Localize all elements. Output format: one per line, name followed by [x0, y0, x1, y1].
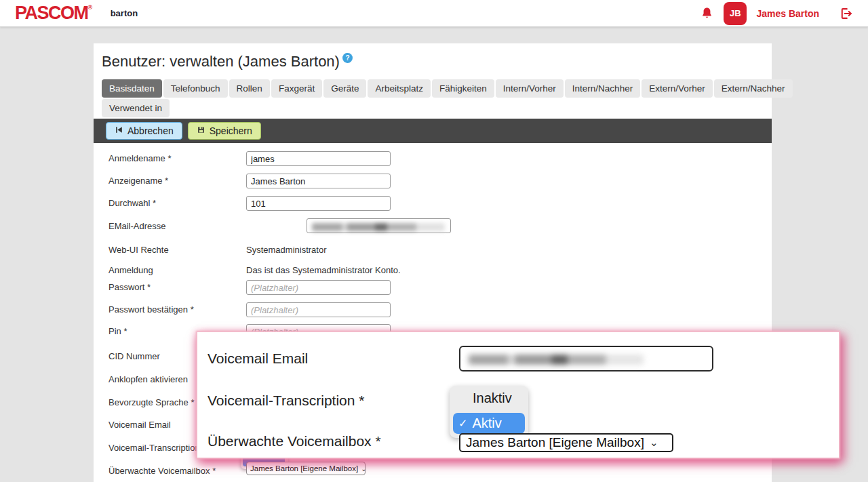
field-label: Pin * [108, 326, 127, 336]
field-label: Anmeldename * [108, 153, 172, 163]
anzeigename-input[interactable] [246, 174, 391, 188]
form-row-anmeldung: Anmeldung Das ist das Systemadministrato… [108, 263, 760, 279]
field-label: Voicemail Email [108, 420, 171, 430]
form-row-passwort: Passwort * [108, 280, 760, 296]
form-row-durchwahl: Durchwahl * [108, 196, 760, 212]
field-label: Voicemail-Transcription [108, 443, 200, 453]
notification-bell-icon[interactable] [701, 6, 714, 21]
form-row-passwort-bestaetigen: Passwort bestätigen * [108, 302, 760, 319]
tab-faxgeraet[interactable]: Faxgerät [271, 79, 322, 98]
check-icon: ✓ [458, 417, 467, 430]
field-label: EMail-Adresse [108, 221, 166, 231]
tab-geraete[interactable]: Geräte [323, 79, 366, 98]
tab-extern-nachher[interactable]: Extern/Nachher [714, 79, 793, 98]
overlay-mailbox-label: Überwachte Voicemailbox * [208, 433, 381, 449]
tab-telefonbuch[interactable]: Telefonbuch [163, 79, 228, 98]
webui-rechte-value: Systemadministrator [246, 243, 326, 258]
field-label: Bevorzugte Sprache * [108, 397, 194, 407]
logout-icon[interactable] [838, 5, 854, 22]
form-toolbar: Abbrechen Speichern [94, 119, 772, 143]
tab-verwendet-in[interactable]: Verwendet in [102, 99, 170, 117]
field-label: Anklopfen aktivieren [108, 374, 188, 384]
registered-mark: ® [88, 4, 92, 11]
tab-faehigkeiten[interactable]: Fähigkeiten [432, 79, 494, 98]
help-icon[interactable]: ? [342, 53, 353, 63]
chevron-down-icon: ⌄ [361, 465, 366, 473]
anmeldename-input[interactable] [246, 151, 391, 166]
cancel-button-label: Abbrechen [127, 125, 174, 136]
topbar: PASCOM® barton JB James Barton [0, 0, 868, 27]
save-button[interactable]: Speichern [188, 122, 261, 140]
step-backward-icon [115, 125, 123, 136]
email-field-wrap [307, 220, 451, 231]
cancel-button[interactable]: Abbrechen [106, 122, 182, 140]
field-label: Anmeldung [108, 265, 153, 275]
form-row-webui-rechte: Web-UI Rechte Systemadministrator [108, 243, 760, 259]
field-label: Überwachte Voicemailbox * [108, 466, 216, 476]
tab-arbeitsplatz[interactable]: Arbeitsplatz [368, 79, 431, 98]
page-title: Benutzer: verwalten (James Barton)? [102, 53, 353, 71]
pascom-logo[interactable]: PASCOM® [15, 3, 92, 24]
form-row-email: EMail-Adresse [108, 218, 760, 235]
chevron-down-icon: ⌄ [650, 437, 658, 449]
field-label: Anzeigename * [108, 176, 168, 186]
overlay-voicemail-email-label: Voicemail Email [208, 350, 308, 367]
anmeldung-value: Das ist das Systemadministrator Konto. [246, 263, 401, 278]
field-label: CID Nummer [108, 351, 160, 361]
tab-row-1: Basisdaten Telefonbuch Rollen Faxgerät G… [102, 79, 746, 98]
overlay-mailbox-select-value: James Barton [Eigene Mailbox] [466, 435, 644, 450]
tab-bar: Basisdaten Telefonbuch Rollen Faxgerät G… [102, 79, 746, 119]
redacted-email-value [312, 223, 445, 231]
redacted-email-value [469, 355, 644, 365]
field-label: Passwort * [108, 282, 151, 292]
tab-rollen[interactable]: Rollen [229, 79, 270, 98]
overlay-voicemail-email-input[interactable] [459, 346, 713, 371]
magnifier-overlay: Voicemail Email Voicemail-Transcription … [197, 332, 840, 458]
form-row-ueberwachte-voicemailbox: Überwachte Voicemailbox * [108, 464, 760, 480]
save-disk-icon [197, 125, 205, 136]
tab-basisdaten[interactable]: Basisdaten [102, 79, 162, 98]
screen: PASCOM® barton JB James Barton Benutzer:… [0, 0, 868, 482]
hostname-label: barton [111, 8, 138, 18]
option-aktiv-label: Aktiv [472, 416, 501, 431]
tab-intern-nachher[interactable]: Intern/Nachher [565, 79, 640, 98]
passwort-input[interactable] [246, 280, 391, 295]
ueberwachte-voicemailbox-select[interactable]: James Barton [Eigene Mailbox] ⌄ [246, 462, 366, 475]
mailbox-select-value: James Barton [Eigene Mailbox] [250, 464, 358, 473]
user-name[interactable]: James Barton [756, 8, 819, 19]
field-label: Durchwahl * [108, 198, 156, 208]
option-inaktiv[interactable]: Inaktiv [450, 386, 528, 410]
overlay-transcription-label: Voicemail-Transcription * [208, 393, 364, 409]
topbar-right: JB James Barton [701, 2, 868, 25]
tab-intern-vorher[interactable]: Intern/Vorher [496, 79, 564, 98]
field-label: Passwort bestätigen * [108, 304, 194, 315]
overlay-mailbox-select[interactable]: James Barton [Eigene Mailbox] ⌄ [459, 433, 673, 452]
form-row-anmeldename: Anmeldename * [108, 151, 760, 167]
option-aktiv[interactable]: ✓ Aktiv [453, 413, 525, 434]
tab-extern-vorher[interactable]: Extern/Vorher [642, 79, 713, 98]
form-row-anzeigename: Anzeigename * [108, 174, 760, 190]
tab-row-2: Verwendet in [102, 99, 746, 117]
user-avatar[interactable]: JB [724, 2, 747, 25]
transcription-dropdown: Inaktiv ✓ Aktiv [450, 386, 528, 438]
passwort-bestaetigen-input[interactable] [246, 302, 391, 317]
durchwahl-input[interactable] [246, 196, 391, 211]
save-button-label: Speichern [210, 125, 252, 136]
field-label: Web-UI Rechte [108, 245, 169, 255]
